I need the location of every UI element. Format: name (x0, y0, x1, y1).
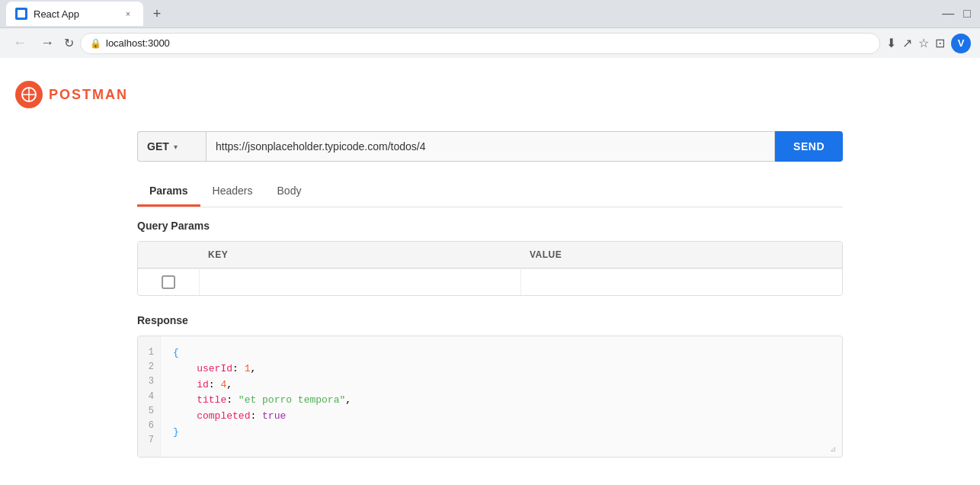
url-display: localhost:3000 (106, 37, 870, 49)
minimize-button[interactable]: — (939, 4, 957, 24)
share-icon[interactable]: ↗ (902, 36, 912, 50)
query-params-title: Query Params (137, 220, 843, 232)
tab-bar: React App × + — □ (0, 0, 980, 27)
code-line-5: completed: true (173, 409, 830, 425)
line-num-4: 4 (144, 390, 154, 404)
line-numbers: 1 2 3 4 5 6 7 (138, 336, 161, 457)
line-num-5: 5 (144, 404, 154, 419)
profile-avatar[interactable]: V (951, 34, 971, 53)
value-header: VALUE (520, 242, 842, 268)
method-select[interactable]: GET ▾ (137, 131, 206, 162)
reload-button[interactable]: ↻ (64, 36, 74, 50)
url-bar[interactable]: 🔒 localhost:3000 (80, 33, 880, 54)
address-bar: ← → ↻ 🔒 localhost:3000 ⬇ ↗ ☆ ⊡ V (0, 27, 980, 58)
postman-logo-icon (21, 86, 37, 103)
main-content: GET ▾ SEND Params Headers Body Query Par… (0, 131, 980, 458)
app-content: POSTMAN GET ▾ SEND Params Headers Body Q… (0, 58, 980, 473)
line-num-6: 6 (144, 419, 154, 433)
params-table: KEY VALUE (137, 241, 843, 296)
params-header: KEY VALUE (138, 242, 842, 268)
tab-favicon (15, 8, 27, 20)
code-line-1: { (173, 345, 830, 361)
response-content: 1 2 3 4 5 6 7 { userId: 1, id: 4, title:… (138, 336, 842, 457)
download-icon[interactable]: ⬇ (886, 36, 896, 50)
tab-close-button[interactable]: × (122, 8, 134, 20)
code-line-3: id: 4, (173, 377, 830, 393)
send-button[interactable]: SEND (775, 131, 843, 162)
method-dropdown-arrow: ▾ (174, 143, 178, 151)
line-num-1: 1 (144, 345, 154, 360)
checkbox-header (138, 242, 199, 268)
params-row (138, 268, 842, 295)
active-tab[interactable]: React App × (6, 2, 143, 26)
browser-chrome: React App × + — □ ← → ↻ 🔒 localhost:3000… (0, 0, 980, 58)
value-input[interactable] (520, 269, 842, 295)
checkbox-cell (138, 269, 199, 295)
code-line-4: title: "et porro tempora", (173, 393, 830, 409)
code-content: { userId: 1, id: 4, title: "et porro tem… (161, 336, 842, 457)
postman-header: POSTMAN (0, 73, 980, 116)
row-checkbox[interactable] (162, 275, 175, 289)
line-num-2: 2 (144, 360, 154, 374)
postman-name: POSTMAN (49, 87, 128, 103)
new-tab-button[interactable]: + (146, 3, 168, 24)
request-bar: GET ▾ SEND (137, 131, 843, 162)
key-header: KEY (199, 242, 520, 268)
line-num-7: 7 (144, 433, 154, 448)
tab-headers[interactable]: Headers (200, 177, 265, 207)
url-input[interactable] (206, 131, 775, 162)
tab-params[interactable]: Params (137, 177, 200, 207)
bookmark-icon[interactable]: ☆ (918, 36, 929, 50)
tab-title: React App (34, 8, 116, 20)
code-line-2: userId: 1, (173, 361, 830, 377)
code-line-6: } (173, 425, 830, 441)
response-title: Response (137, 314, 843, 326)
layout-icon[interactable]: ⊡ (935, 36, 945, 50)
back-button[interactable]: ← (9, 35, 30, 51)
maximize-button[interactable]: □ (960, 4, 974, 24)
tab-body[interactable]: Body (265, 177, 314, 207)
request-tabs: Params Headers Body (137, 177, 843, 207)
key-input[interactable] (199, 269, 520, 295)
response-box: 1 2 3 4 5 6 7 { userId: 1, id: 4, title:… (137, 336, 843, 458)
lock-icon: 🔒 (90, 38, 101, 49)
browser-controls-right: — □ (939, 4, 974, 24)
query-params-section: Query Params KEY VALUE (137, 220, 843, 296)
resize-handle[interactable]: ⊿ (830, 445, 839, 454)
line-num-3: 3 (144, 374, 154, 389)
forward-button[interactable]: → (37, 35, 58, 51)
postman-logo: POSTMAN (15, 81, 128, 108)
response-section: Response 1 2 3 4 5 6 7 { userId: 1, (137, 314, 843, 458)
postman-logo-circle (15, 81, 43, 108)
method-text: GET (147, 140, 169, 153)
browser-actions: ⬇ ↗ ☆ ⊡ V (886, 34, 971, 53)
